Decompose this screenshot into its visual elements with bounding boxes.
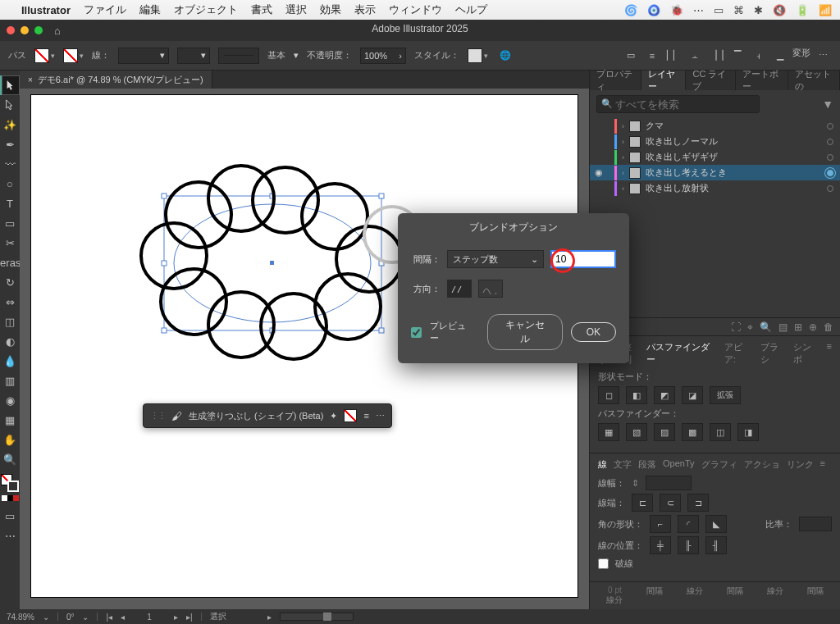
join-round-icon[interactable]: ◜ bbox=[678, 515, 699, 533]
layer-row[interactable]: › 吹き出しノーマル bbox=[590, 134, 840, 149]
filter-icon[interactable]: ▼ bbox=[822, 98, 833, 111]
app-name[interactable]: Illustrator bbox=[21, 4, 71, 16]
free-transform-tool[interactable]: ◫ bbox=[0, 312, 20, 331]
mask-icon[interactable]: ▤ bbox=[778, 321, 788, 333]
home-icon[interactable]: ⌂ bbox=[54, 25, 61, 37]
stroke-weight-select[interactable]: ▾ bbox=[118, 48, 169, 64]
cap-butt-icon[interactable]: ⊏ bbox=[632, 494, 653, 512]
tab-assets[interactable]: アセットの bbox=[788, 71, 840, 90]
rotate-value[interactable]: 0° bbox=[66, 613, 75, 622]
find-icon[interactable]: 🔍 bbox=[760, 321, 772, 333]
tab-cclib[interactable]: CC ライブ bbox=[686, 71, 736, 90]
edit-toolbar[interactable]: ⋯ bbox=[0, 526, 20, 545]
gen-fill-label[interactable]: 生成塗りつぶし (シェイプ) (Beta) bbox=[189, 410, 323, 422]
target-icon[interactable] bbox=[827, 185, 833, 192]
menu-window[interactable]: ウィンドウ bbox=[389, 2, 442, 17]
scissors-tool[interactable]: ✂ bbox=[0, 233, 20, 253]
doc-tab[interactable]: × デモ6.ai* @ 74.89 % (CMYK/プレビュー) bbox=[20, 71, 212, 89]
dashed-checkbox[interactable] bbox=[598, 558, 609, 569]
locate-icon[interactable]: ⌖ bbox=[747, 321, 753, 333]
exclude-icon[interactable]: ◪ bbox=[682, 386, 703, 404]
tab-appearance[interactable]: アピア: bbox=[724, 341, 754, 366]
zoom-value[interactable]: 74.89% bbox=[7, 613, 34, 622]
artboard-nav-last-icon[interactable]: ▸| bbox=[186, 613, 193, 622]
magic-wand-tool[interactable]: ✨ bbox=[0, 115, 20, 134]
curvature-tool[interactable]: 〰 bbox=[0, 154, 20, 174]
artboard-nav-next-icon[interactable]: ▸ bbox=[174, 613, 178, 622]
layer-row[interactable]: ◉ › 吹き出し考えるとき bbox=[590, 165, 840, 180]
layer-row[interactable]: › 吹き出し放射状 bbox=[590, 180, 840, 196]
menu-view[interactable]: 表示 bbox=[354, 2, 376, 17]
steps-input[interactable] bbox=[550, 250, 616, 268]
tab-graphic[interactable]: グラフィ bbox=[701, 458, 737, 471]
rotate-tool[interactable]: ↻ bbox=[0, 272, 20, 292]
intersect-icon[interactable]: ◩ bbox=[654, 386, 675, 404]
target-icon[interactable] bbox=[827, 154, 833, 161]
ctx-more-icon[interactable]: ≡ bbox=[363, 411, 368, 421]
tab-actions[interactable]: アクショ bbox=[744, 458, 780, 471]
miter-limit[interactable] bbox=[799, 517, 832, 531]
tab-stroke[interactable]: 線 bbox=[598, 458, 607, 471]
target-icon[interactable] bbox=[827, 123, 833, 130]
divide-icon[interactable]: ▦ bbox=[598, 423, 619, 441]
join-bevel-icon[interactable]: ◣ bbox=[705, 515, 727, 533]
cap-round-icon[interactable]: ⊂ bbox=[660, 494, 681, 512]
layer-row[interactable]: › クマ bbox=[590, 118, 840, 134]
search-input[interactable] bbox=[596, 95, 760, 113]
fill-swatch[interactable]: ▾ bbox=[34, 48, 55, 63]
menu-edit[interactable]: 編集 bbox=[139, 2, 161, 17]
menu-help[interactable]: ヘルプ bbox=[455, 2, 487, 17]
panel-tabs[interactable]: プロパティ レイヤー CC ライブ アートボー アセットの bbox=[590, 71, 840, 90]
artboard-nav-prev-icon[interactable]: ◂ bbox=[121, 613, 125, 622]
minus-front-icon[interactable]: ◧ bbox=[626, 386, 647, 404]
trash-icon[interactable]: 🗑 bbox=[824, 321, 833, 333]
style-swatch[interactable]: ▾ bbox=[468, 48, 488, 63]
menu-effect[interactable]: 効果 bbox=[320, 2, 341, 17]
minus-back-icon[interactable]: ◨ bbox=[737, 423, 759, 441]
globe-icon[interactable]: 🌐 bbox=[496, 47, 514, 65]
cancel-button[interactable]: キャンセル bbox=[487, 314, 563, 350]
ok-button[interactable]: OK bbox=[571, 322, 616, 342]
tab-char[interactable]: 文字 bbox=[614, 458, 632, 471]
new-layer-icon[interactable]: ⊕ bbox=[809, 321, 817, 333]
close-window-button[interactable] bbox=[7, 26, 15, 34]
tab-artboards[interactable]: アートボー bbox=[736, 71, 788, 90]
tab-opentype[interactable]: OpenTy bbox=[663, 458, 695, 471]
artboard-nav-first-icon[interactable]: |◂ bbox=[106, 613, 112, 622]
crop-pf-icon[interactable]: ▩ bbox=[682, 423, 703, 441]
align-center-icon[interactable]: ╪ bbox=[650, 536, 671, 554]
align-left-icon[interactable]: ▏▏ bbox=[664, 47, 682, 65]
target-icon[interactable] bbox=[827, 170, 833, 176]
hscrollbar[interactable] bbox=[280, 613, 354, 621]
align-inside-icon[interactable]: ╟ bbox=[678, 536, 699, 554]
tab-para[interactable]: 段落 bbox=[638, 458, 656, 471]
sublayer-icon[interactable]: ⊞ bbox=[794, 321, 802, 333]
stroke-swatch[interactable]: ▾ bbox=[63, 48, 84, 63]
align-bottom-icon[interactable]: ▁ bbox=[771, 47, 789, 65]
align-outside-icon[interactable]: ╢ bbox=[705, 536, 727, 554]
pen-tool[interactable]: ✒ bbox=[0, 134, 20, 154]
join-miter-icon[interactable]: ⌐ bbox=[650, 515, 671, 533]
tab-properties[interactable]: プロパティ bbox=[590, 71, 641, 90]
type-tool[interactable]: T bbox=[0, 194, 20, 213]
tab-layers[interactable]: レイヤー bbox=[641, 71, 686, 90]
width-tool[interactable]: ⇔ bbox=[0, 292, 20, 312]
close-tab-icon[interactable]: × bbox=[28, 75, 33, 84]
tab-pathfinder[interactable]: パスファインダー bbox=[646, 341, 718, 366]
align-right-icon[interactable]: ▕▕ bbox=[707, 47, 725, 65]
pref-icon[interactable]: ≡ bbox=[643, 47, 661, 65]
crop-icon[interactable]: ⛶ bbox=[731, 321, 741, 333]
blend-tool[interactable]: ◉ bbox=[0, 390, 20, 410]
weight-select[interactable] bbox=[646, 476, 692, 490]
visibility-icon[interactable]: ◉ bbox=[595, 167, 603, 178]
rect-tool[interactable]: ▭ bbox=[0, 213, 20, 233]
brush-preview[interactable] bbox=[218, 48, 259, 64]
menu-file[interactable]: ファイル bbox=[84, 2, 126, 17]
drag-handle-icon[interactable]: ⋮⋮ bbox=[150, 411, 165, 421]
mac-menubar[interactable]: Illustrator ファイル 編集 オブジェクト 書式 選択 効果 表示 ウ… bbox=[0, 0, 840, 20]
tab-brushes[interactable]: ブラシ bbox=[760, 341, 788, 366]
ellipse-tool[interactable]: ○ bbox=[0, 174, 20, 194]
spacing-select[interactable]: ステップ数⌄ bbox=[447, 250, 544, 268]
panel-menu-icon[interactable]: ≡ bbox=[827, 341, 832, 366]
direct-selection-tool[interactable] bbox=[0, 95, 20, 115]
